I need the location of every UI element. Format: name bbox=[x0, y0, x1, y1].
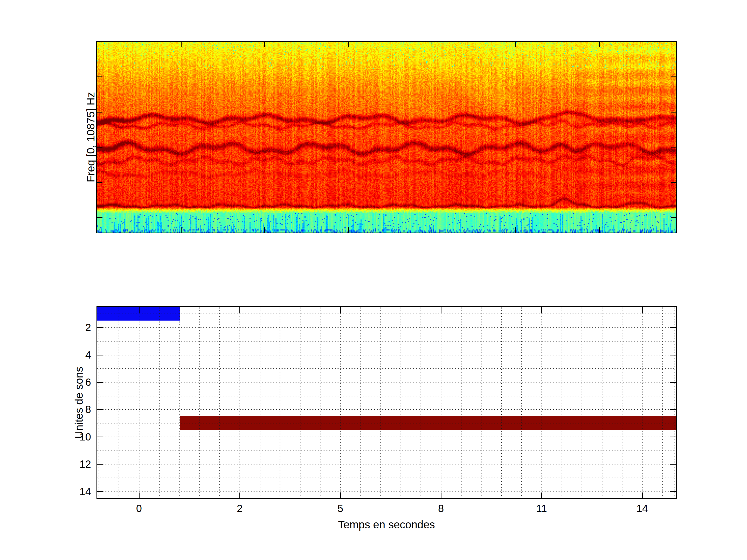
x-tick-label-14: 14 bbox=[627, 502, 658, 514]
x-tick-label-5: 5 bbox=[325, 502, 356, 514]
timeline-axes bbox=[97, 306, 677, 499]
matlab-figure: { "figure": { "background": "#ffffff", "… bbox=[0, 0, 747, 560]
timeline-xlabel: Temps en secondes bbox=[296, 518, 477, 531]
spectrogram-ylabel: Freq [0, 10875] Hz bbox=[84, 46, 97, 228]
x-tick-label-8: 8 bbox=[426, 502, 457, 514]
x-tick-label-11: 11 bbox=[526, 502, 557, 514]
spectrogram-axes bbox=[96, 41, 677, 233]
x-tick-label-0: 0 bbox=[124, 502, 155, 514]
spectrogram-image bbox=[97, 42, 676, 233]
x-tick-label-2: 2 bbox=[224, 502, 255, 514]
timeline-ylabel: Unites de sons bbox=[73, 312, 85, 494]
timeline-plot bbox=[97, 307, 676, 498]
